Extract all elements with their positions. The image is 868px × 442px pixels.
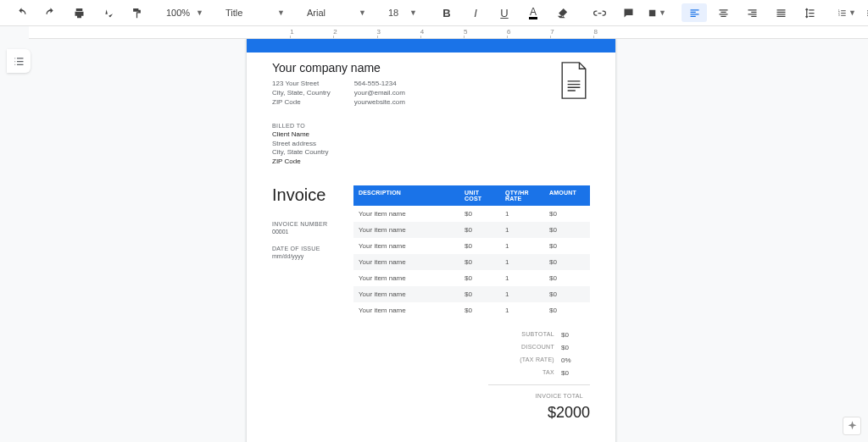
date-of-issue[interactable]: mm/dd/yyyy (272, 252, 338, 260)
billed-to-label[interactable]: BILLED TO (272, 122, 590, 130)
company-zip[interactable]: ZIP Code (272, 98, 331, 108)
item-description[interactable]: Your item name (353, 270, 459, 286)
header-unit-cost[interactable]: UNIT COST (459, 185, 500, 206)
underline-glyph: U (500, 7, 508, 19)
tax-value[interactable]: $0 (561, 369, 590, 377)
horizontal-ruler[interactable]: 12345678 (29, 26, 868, 39)
date-of-issue-label[interactable]: DATE OF ISSUE (272, 245, 338, 252)
invoice-number[interactable]: 00001 (272, 228, 338, 235)
insert-comment-button[interactable] (615, 3, 641, 22)
align-left-button[interactable] (682, 3, 707, 22)
item-unit-cost[interactable]: $0 (459, 270, 500, 286)
invoice-title[interactable]: Invoice (272, 185, 338, 205)
header-qty[interactable]: QTY/HR RATE (500, 185, 544, 206)
invoice-total-value[interactable]: $2000 (548, 404, 590, 422)
tax-label[interactable]: TAX (488, 369, 561, 377)
discount-label[interactable]: DISCOUNT (488, 344, 561, 351)
table-row[interactable]: Your item name$01$0 (353, 238, 590, 254)
item-amount[interactable]: $0 (544, 206, 590, 222)
item-unit-cost[interactable]: $0 (459, 238, 500, 254)
item-qty[interactable]: 1 (500, 206, 544, 222)
item-amount[interactable]: $0 (544, 286, 590, 302)
item-description[interactable]: Your item name (353, 238, 459, 254)
font-family-select[interactable]: Arial▼ (302, 3, 371, 22)
item-qty[interactable]: 1 (500, 238, 544, 254)
item-qty[interactable]: 1 (500, 286, 544, 302)
taxrate-label[interactable]: (TAX RATE) (488, 356, 561, 364)
undo-button[interactable] (8, 3, 34, 22)
outline-icon (13, 55, 25, 68)
table-row[interactable]: Your item name$01$0 (353, 302, 590, 318)
company-cityline[interactable]: City, State, Country (272, 89, 331, 98)
chevron-down-icon: ▼ (277, 8, 285, 17)
taxrate-value[interactable]: 0% (561, 356, 590, 364)
ruler-mark: 5 (464, 28, 467, 36)
table-row[interactable]: Your item name$01$0 (353, 270, 590, 286)
line-spacing-button[interactable] (797, 3, 822, 22)
font-size-select[interactable]: 18▼ (383, 3, 422, 22)
bulleted-list-button[interactable]: ▼ (863, 3, 868, 22)
numbered-list-button[interactable]: 123▼ (834, 3, 860, 22)
print-button[interactable] (66, 3, 92, 22)
client-zip[interactable]: ZIP Code (272, 157, 590, 167)
italic-button[interactable]: I (463, 3, 488, 22)
subtotal-label[interactable]: SUBTOTAL (488, 331, 561, 339)
table-row[interactable]: Your item name$01$0 (353, 222, 590, 238)
client-cityline[interactable]: City, State Country (272, 148, 590, 157)
item-amount[interactable]: $0 (544, 238, 590, 254)
item-unit-cost[interactable]: $0 (459, 254, 500, 270)
bold-button[interactable]: B (434, 3, 459, 22)
subtotal-value[interactable]: $0 (561, 331, 590, 339)
item-description[interactable]: Your item name (353, 254, 459, 270)
item-description[interactable]: Your item name (353, 222, 459, 238)
explore-button[interactable] (843, 417, 861, 435)
client-name[interactable]: Client Name (272, 130, 590, 140)
table-row[interactable]: Your item name$01$0 (353, 254, 590, 270)
item-description[interactable]: Your item name (353, 286, 459, 302)
item-qty[interactable]: 1 (500, 270, 544, 286)
spellcheck-button[interactable] (95, 3, 120, 22)
item-unit-cost[interactable]: $0 (459, 286, 500, 302)
insert-link-button[interactable] (587, 3, 612, 22)
align-justify-button[interactable] (768, 3, 793, 22)
table-row[interactable]: Your item name$01$0 (353, 206, 590, 222)
header-description[interactable]: DESCRIPTION (353, 185, 459, 206)
item-qty[interactable]: 1 (500, 302, 544, 318)
company-website[interactable]: yourwebsite.com (354, 98, 405, 108)
item-unit-cost[interactable]: $0 (459, 302, 500, 318)
redo-button[interactable] (37, 3, 63, 22)
document-outline-toggle[interactable] (7, 49, 31, 73)
item-unit-cost[interactable]: $0 (459, 206, 500, 222)
align-center-button[interactable] (710, 3, 736, 22)
discount-value[interactable]: $0 (561, 344, 590, 351)
item-qty[interactable]: 1 (500, 254, 544, 270)
table-row[interactable]: Your item name$01$0 (353, 286, 590, 302)
company-name[interactable]: Your company name (272, 61, 405, 75)
company-email[interactable]: your@email.com (354, 89, 405, 98)
company-street[interactable]: 123 Your Street (272, 80, 331, 89)
item-unit-cost[interactable]: $0 (459, 222, 500, 238)
item-amount[interactable]: $0 (544, 222, 590, 238)
align-right-button[interactable] (739, 3, 765, 22)
document-page[interactable]: Your company name 123 Your Street City, … (247, 37, 615, 442)
invoice-number-label[interactable]: INVOICE NUMBER (272, 220, 338, 228)
text-color-button[interactable]: A (520, 3, 546, 22)
client-street[interactable]: Street address (272, 140, 590, 149)
company-phone[interactable]: 564-555-1234 (354, 80, 405, 89)
item-amount[interactable]: $0 (544, 270, 590, 286)
document-canvas[interactable]: Your company name 123 Your Street City, … (0, 37, 868, 442)
paragraph-style-select[interactable]: Title▼ (220, 3, 290, 22)
zoom-select[interactable]: 100%▼ (161, 3, 209, 22)
item-amount[interactable]: $0 (544, 254, 590, 270)
item-amount[interactable]: $0 (544, 302, 590, 318)
underline-button[interactable]: U (492, 3, 517, 22)
item-description[interactable]: Your item name (353, 206, 459, 222)
item-description[interactable]: Your item name (353, 302, 459, 318)
insert-image-button[interactable]: ▼ (644, 3, 670, 22)
highlight-button[interactable] (549, 3, 575, 22)
paint-format-button[interactable] (124, 3, 149, 22)
header-amount[interactable]: AMOUNT (544, 185, 590, 206)
chevron-down-icon: ▼ (409, 8, 417, 17)
invoice-total-label[interactable]: INVOICE TOTAL (488, 393, 590, 399)
item-qty[interactable]: 1 (500, 222, 544, 238)
